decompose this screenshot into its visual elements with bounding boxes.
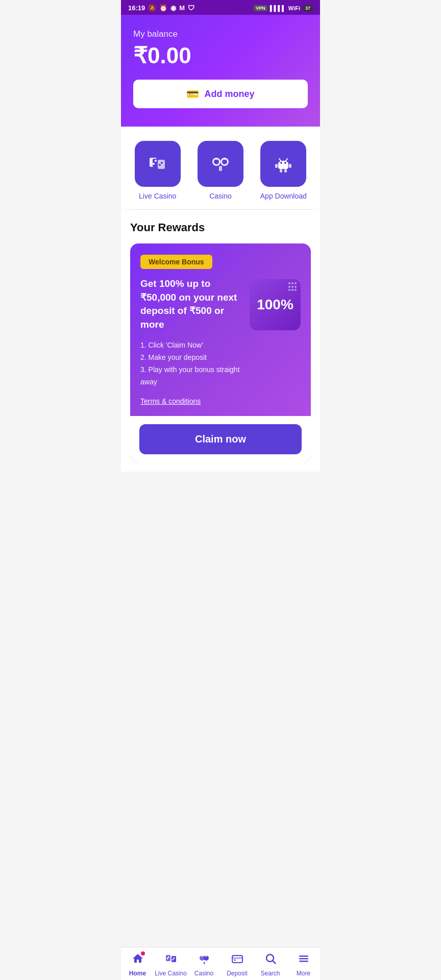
live-casino-icon-box	[135, 141, 181, 187]
card-icon: 💳	[186, 88, 199, 100]
reward-card: Welcome Bonus Get 100% up to ₹50,000 on …	[130, 243, 311, 462]
svg-rect-4	[158, 160, 165, 169]
claim-now-button[interactable]: Claim now	[139, 424, 302, 454]
reward-card-body: Welcome Bonus Get 100% up to ₹50,000 on …	[130, 243, 311, 416]
alarm-icon: ⏰	[159, 4, 167, 12]
signal-icon: ▌▌▌▌	[270, 5, 286, 11]
badge-dots-decoration	[288, 282, 298, 291]
balance-label: My balance	[133, 29, 308, 39]
live-casino-label: Live Casino	[139, 192, 176, 200]
notification-icon: 🔕	[148, 4, 156, 12]
terms-conditions-link[interactable]: Terms & conditions	[140, 397, 201, 405]
svg-point-8	[214, 159, 219, 164]
svg-point-2	[155, 160, 157, 162]
svg-rect-21	[289, 164, 291, 168]
balance-amount: ₹0.00	[133, 42, 308, 68]
status-time: 16:19	[128, 4, 145, 12]
rewards-title: Your Rewards	[130, 221, 311, 234]
svg-rect-22	[280, 169, 282, 173]
app-download-label: App Download	[260, 192, 307, 200]
bottom-spacer	[121, 472, 320, 518]
svg-point-5	[161, 162, 163, 164]
casino-icon-box	[198, 141, 243, 187]
svg-point-9	[215, 158, 217, 160]
shield-icon: 🛡	[188, 4, 194, 12]
add-money-label: Add money	[204, 89, 254, 100]
reward-steps: 1. Click 'Claim Now' 2. Make your deposi…	[140, 339, 243, 388]
vpn-badge: VPN	[254, 5, 267, 11]
battery-indicator: 37	[303, 5, 313, 11]
status-bar: 16:19 🔕 ⏰ ◉ M 🛡 VPN ▌▌▌▌ WiFi 37	[121, 0, 320, 15]
reward-step-2: 2. Make your deposit	[140, 352, 243, 364]
svg-point-3	[153, 163, 155, 165]
categories-section: Live Casino Casino	[121, 127, 320, 209]
casino-label: Casino	[209, 192, 232, 200]
activity-icon: ◉	[170, 4, 176, 12]
svg-point-6	[159, 164, 161, 166]
svg-line-19	[286, 159, 287, 161]
reward-step-3: 3. Play with your bonus straight away	[140, 364, 243, 388]
svg-rect-13	[219, 166, 222, 171]
svg-line-18	[279, 159, 281, 161]
reward-percentage-badge: 100%	[250, 279, 301, 330]
category-app-download[interactable]: App Download	[256, 141, 311, 200]
reward-headline: Get 100% up to ₹50,000 on your next depo…	[140, 277, 243, 331]
category-casino[interactable]: Casino	[193, 141, 248, 200]
wifi-icon: WiFi	[288, 5, 300, 11]
welcome-bonus-badge: Welcome Bonus	[140, 255, 212, 269]
header-balance-section: My balance ₹0.00 💳 Add money	[121, 15, 320, 127]
reward-badge-text: 100%	[257, 297, 293, 313]
svg-point-11	[222, 159, 227, 164]
svg-point-17	[284, 162, 286, 164]
reward-step-1: 1. Click 'Claim Now'	[140, 339, 243, 352]
claim-button-wrapper: Claim now	[130, 416, 311, 462]
add-money-button[interactable]: 💳 Add money	[133, 80, 308, 108]
svg-point-12	[224, 158, 226, 160]
svg-rect-20	[275, 164, 278, 168]
svg-rect-23	[284, 169, 287, 173]
rewards-section: Your Rewards Welcome Bonus Get 100% up t…	[121, 210, 320, 472]
category-live-casino[interactable]: Live Casino	[130, 141, 185, 200]
app-download-icon-box	[260, 141, 306, 187]
svg-point-16	[280, 162, 282, 164]
gmail-icon: M	[179, 4, 185, 12]
